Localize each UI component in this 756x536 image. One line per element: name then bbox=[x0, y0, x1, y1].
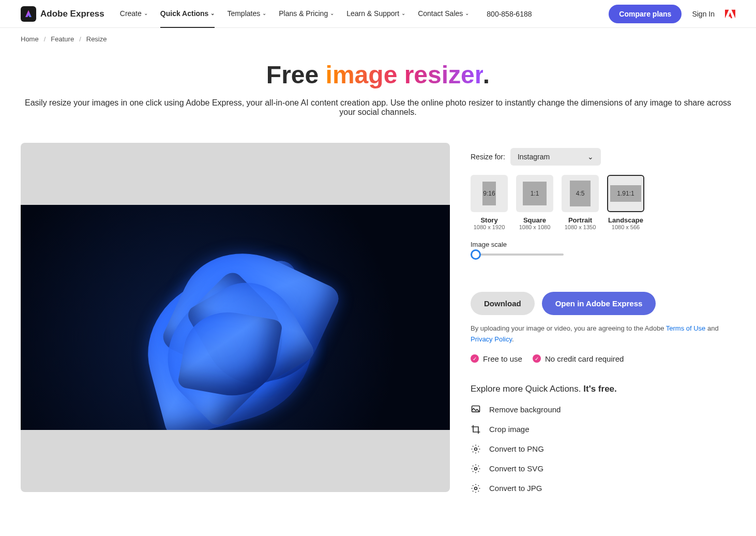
action-icon bbox=[471, 424, 481, 435]
explore-heading: Explore more Quick Actions. It's free. bbox=[471, 384, 735, 394]
platform-select[interactable]: Instagram ⌄ bbox=[510, 148, 601, 166]
quick-actions-list: Remove backgroundCrop imageConvert to PN… bbox=[471, 405, 735, 494]
nav-learn[interactable]: Learn & Support⌄ bbox=[346, 0, 405, 28]
ratio-option-landscape[interactable]: 1.91:1 Landscape 1080 x 566 bbox=[607, 175, 644, 230]
download-button[interactable]: Download bbox=[471, 292, 535, 315]
svg-point-2 bbox=[475, 467, 477, 470]
chevron-down-icon: ⌄ bbox=[210, 10, 215, 16]
phone-number: 800-858-6188 bbox=[487, 10, 532, 18]
free-to-use-badge: ✓ Free to use bbox=[471, 354, 522, 363]
main-nav: Create⌄ Quick Actions⌄ Templates⌄ Plans … bbox=[120, 0, 532, 28]
resize-controls: Resize for: Instagram ⌄ 9:16 Story 1080 … bbox=[471, 143, 735, 494]
action-icon bbox=[471, 464, 481, 474]
hero-section: Free image resizer. Easily resize your i… bbox=[0, 50, 756, 132]
chevron-down-icon: ⌄ bbox=[330, 10, 334, 16]
quick-action-crop-image[interactable]: Crop image bbox=[471, 424, 735, 435]
action-icon bbox=[471, 483, 481, 494]
chevron-down-icon: ⌄ bbox=[144, 10, 148, 16]
open-in-express-button[interactable]: Open in Adobe Express bbox=[542, 292, 656, 315]
svg-point-1 bbox=[475, 448, 477, 450]
action-icon bbox=[471, 444, 481, 454]
no-credit-card-badge: ✓ No credit card required bbox=[533, 354, 624, 363]
quick-action-remove-background[interactable]: Remove background bbox=[471, 405, 735, 415]
breadcrumb-feature[interactable]: Feature bbox=[51, 35, 74, 43]
quick-action-convert-to-jpg[interactable]: Convert to JPG bbox=[471, 483, 735, 494]
image-preview-canvas bbox=[21, 143, 450, 492]
page-subtitle: Easily resize your images in one click u… bbox=[21, 98, 735, 117]
top-nav: Adobe Express Create⌄ Quick Actions⌄ Tem… bbox=[0, 0, 756, 28]
nav-contact[interactable]: Contact Sales⌄ bbox=[418, 0, 469, 28]
breadcrumb: Home / Feature / Resize bbox=[0, 28, 756, 50]
terms-of-use-link[interactable]: Terms of Use bbox=[666, 324, 706, 332]
chevron-down-icon: ⌄ bbox=[262, 10, 266, 16]
action-icon bbox=[471, 405, 481, 415]
sign-in-link[interactable]: Sign In bbox=[692, 10, 715, 18]
chevron-down-icon: ⌄ bbox=[465, 10, 469, 16]
privacy-policy-link[interactable]: Privacy Policy bbox=[471, 335, 512, 343]
chevron-down-icon: ⌄ bbox=[587, 153, 594, 161]
preview-image bbox=[21, 205, 450, 430]
ratio-option-story[interactable]: 9:16 Story 1080 x 1920 bbox=[471, 175, 508, 230]
breadcrumb-resize: Resize bbox=[86, 35, 107, 43]
page-title: Free image resizer. bbox=[21, 61, 735, 89]
brand-name: Adobe Express bbox=[40, 9, 104, 19]
resize-for-label: Resize for: bbox=[471, 153, 505, 161]
nav-plans[interactable]: Plans & Pricing⌄ bbox=[279, 0, 334, 28]
chevron-down-icon: ⌄ bbox=[401, 10, 405, 16]
check-icon: ✓ bbox=[533, 354, 541, 363]
slider-thumb[interactable] bbox=[471, 249, 481, 260]
nav-create[interactable]: Create⌄ bbox=[120, 0, 148, 28]
terms-text: By uploading your image or video, you ar… bbox=[471, 323, 735, 345]
ratio-option-portrait[interactable]: 4:5 Portrait 1080 x 1350 bbox=[562, 175, 599, 230]
image-scale-label: Image scale bbox=[471, 241, 735, 248]
ratio-option-square[interactable]: 1:1 Square 1080 x 1080 bbox=[516, 175, 553, 230]
breadcrumb-home[interactable]: Home bbox=[21, 35, 39, 43]
check-icon: ✓ bbox=[471, 354, 479, 363]
brand-logo[interactable]: Adobe Express bbox=[21, 6, 104, 22]
compare-plans-button[interactable]: Compare plans bbox=[609, 5, 682, 23]
nav-templates[interactable]: Templates⌄ bbox=[227, 0, 266, 28]
image-scale-slider[interactable] bbox=[471, 254, 564, 256]
svg-point-3 bbox=[475, 487, 477, 489]
quick-action-convert-to-png[interactable]: Convert to PNG bbox=[471, 444, 735, 454]
quick-action-convert-to-svg[interactable]: Convert to SVG bbox=[471, 464, 735, 474]
express-icon bbox=[21, 6, 36, 22]
nav-quick-actions[interactable]: Quick Actions⌄ bbox=[160, 0, 215, 28]
adobe-logo-icon bbox=[725, 9, 735, 19]
aspect-ratio-options: 9:16 Story 1080 x 1920 1:1 Square 1080 x… bbox=[471, 175, 735, 230]
